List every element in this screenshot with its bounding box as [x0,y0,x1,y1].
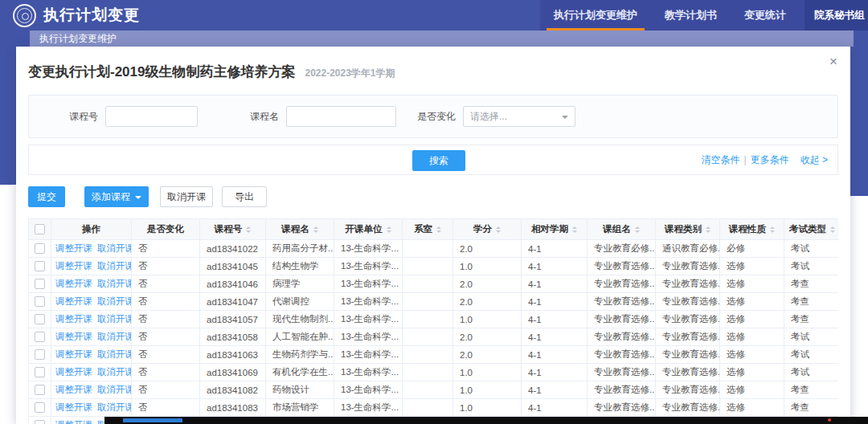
cancel-course-link[interactable]: 取消开课 [97,349,132,359]
cell-nature: 选修 [720,328,784,346]
cancel-course-link[interactable]: 取消开课 [97,402,132,412]
sort-icon[interactable] [770,226,775,233]
cancel-course-link[interactable]: 取消开课 [97,261,132,271]
column-header[interactable]: 学分 [453,219,522,240]
column-header[interactable]: 开课单位 [334,219,403,240]
adjust-course-link[interactable]: 调整开课 [55,279,92,288]
row-checkbox[interactable] [35,367,45,377]
cell-unit: 13-生命科学... [334,311,403,328]
add-course-button[interactable]: 添加课程 [84,186,149,207]
column-header[interactable]: 课程名 [266,219,334,240]
row-checkbox[interactable] [35,243,45,254]
column-header[interactable]: 相对学期 [522,219,588,240]
row-checkbox[interactable] [35,279,45,289]
course-name-input[interactable] [286,106,396,127]
cell-course-no: ad18341046 [200,275,266,293]
sort-icon[interactable] [246,226,251,233]
row-checkbox[interactable] [35,402,45,413]
video-marker-dot [828,418,831,422]
column-header: 是否变化 [132,219,200,240]
column-header[interactable]: 系室 [403,219,453,240]
adjust-course-link[interactable]: 调整开课 [55,385,92,394]
sort-icon[interactable] [635,226,640,233]
cancel-course-link[interactable]: 取消开课 [97,385,132,394]
adjust-course-link[interactable]: 调整开课 [55,296,92,306]
cell-changed: 否 [132,381,200,399]
cell-exam: 考试 [784,364,839,381]
row-checkbox[interactable] [35,314,45,324]
cell-checkbox [29,346,51,364]
adjust-course-link[interactable]: 调整开课 [55,332,92,341]
column-header[interactable]: 课程类别 [656,219,720,240]
sort-icon[interactable] [436,226,441,233]
search-button[interactable]: 搜索 [412,150,465,171]
sort-icon[interactable] [572,226,577,233]
adjust-course-link[interactable]: 调整开课 [55,349,92,359]
sort-icon[interactable] [830,226,835,233]
column-header[interactable]: 课程性质 [720,219,784,240]
export-button[interactable]: 导出 [222,186,267,207]
cancel-course-link[interactable]: 取消开课 [97,314,132,324]
filter-course-name: 课程名 [250,106,396,127]
more-filters-link[interactable]: 更多条件 [751,153,789,167]
cell-dept [403,364,453,381]
column-header[interactable]: 课程号 [200,219,266,240]
sort-icon[interactable] [496,226,501,233]
adjust-course-link[interactable]: 调整开课 [55,420,92,424]
video-progress-bar[interactable] [104,417,868,424]
nav-tabs: 执行计划变更维护教学计划书变更统计 [540,0,800,31]
cancel-course-button[interactable]: 取消开课 [160,186,213,207]
cell-credits: 1.0 [453,399,522,417]
adjust-course-link[interactable]: 调整开课 [55,243,92,253]
cell-unit: 13-生命科学... [334,364,403,381]
cancel-course-link[interactable]: 取消开课 [97,296,132,306]
column-header[interactable]: 考试类型 [784,219,839,240]
cell-group: 专业教育选修... [588,275,656,293]
user-role-dropdown[interactable]: 院系秘书组 [805,0,868,31]
row-checkbox[interactable] [35,385,45,395]
sort-icon[interactable] [706,226,710,233]
collapse-link[interactable]: 收起 > [800,153,828,167]
cell-actions: 调整开课取消开课 [51,346,132,364]
cell-group: 专业教育选修... [588,328,656,346]
adjust-course-link[interactable]: 调整开课 [55,367,92,377]
course-no-label: 课程号 [69,110,98,124]
cell-nature: 选修 [720,364,784,381]
cell-course-no: ad18341058 [200,328,266,346]
row-checkbox[interactable] [35,332,45,342]
cancel-course-link[interactable]: 取消开课 [97,332,132,341]
adjust-course-link[interactable]: 调整开课 [55,261,92,271]
cell-unit: 13-生命科学... [334,328,403,346]
cancel-course-link[interactable]: 取消开课 [97,367,132,377]
cancel-course-link[interactable]: 取消开课 [97,279,132,288]
cell-course-name: 结构生物学 [266,258,334,275]
select-all-checkbox[interactable] [35,224,45,234]
row-checkbox[interactable] [35,349,45,360]
cancel-course-link[interactable]: 取消开课 [97,243,132,253]
column-header[interactable]: 课组名 [588,219,656,240]
clear-filters-link[interactable]: 清空条件 [702,153,740,167]
nav-tab[interactable]: 教学计划书 [651,0,731,31]
changed-select[interactable]: 请选择... [463,106,575,127]
submit-button[interactable]: 提交 [28,186,65,207]
cell-exam: 考试 [784,346,839,364]
adjust-course-link[interactable]: 调整开课 [55,314,92,324]
cell-semester: 4-1 [522,258,588,275]
adjust-course-link[interactable]: 调整开课 [55,402,92,412]
cell-course-name: 代谢调控 [266,293,334,311]
sort-icon[interactable] [387,226,391,233]
row-checkbox[interactable] [35,296,45,307]
cell-semester: 4-1 [522,364,588,381]
sort-icon[interactable] [313,226,318,233]
cell-credits: 2.0 [453,275,522,293]
row-checkbox[interactable] [35,261,45,271]
table-row: 调整开课取消开课否ad18341058人工智能在肿...13-生命科学...2.… [29,328,839,346]
cell-unit: 13-生命科学... [334,293,403,311]
user-role-label: 院系秘书组 [814,9,865,22]
nav-tab[interactable]: 执行计划变更维护 [540,0,651,31]
nav-tab[interactable]: 变更统计 [731,0,800,31]
close-icon[interactable]: × [829,55,837,68]
cell-exam: 考试 [784,328,839,346]
row-checkbox[interactable] [35,420,45,424]
course-no-input[interactable] [105,106,198,127]
